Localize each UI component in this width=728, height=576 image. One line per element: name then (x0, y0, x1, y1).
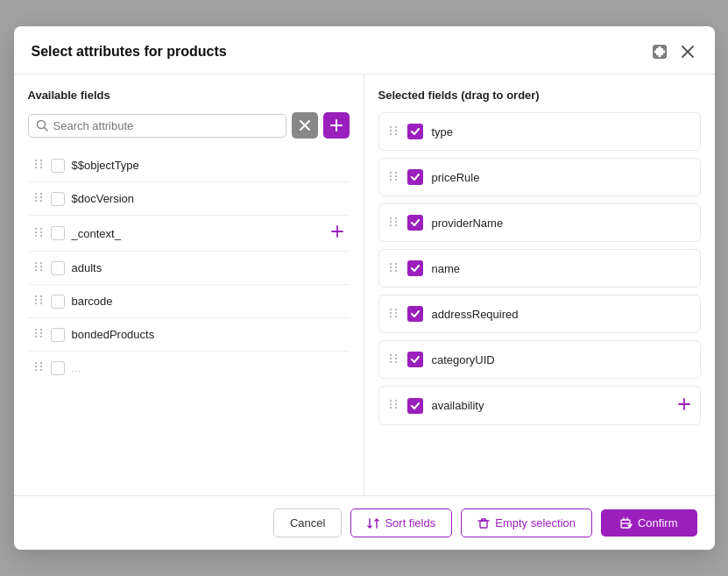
expand-row-icon[interactable] (330, 224, 344, 242)
selected-field-row[interactable]: availability (378, 386, 701, 425)
svg-point-89 (389, 400, 391, 402)
cancel-button[interactable]: Cancel (273, 508, 342, 537)
search-input-wrapper (28, 114, 286, 138)
svg-point-15 (34, 193, 36, 195)
add-field-button[interactable] (323, 112, 350, 139)
drag-handle-icon (33, 294, 44, 309)
selected-field-row[interactable]: name (378, 249, 701, 288)
svg-point-39 (34, 302, 36, 304)
svg-point-82 (394, 315, 396, 316)
svg-point-34 (39, 269, 41, 271)
svg-point-26 (39, 234, 41, 236)
empty-selection-label: Empty selection (495, 516, 576, 530)
selected-field-checkbox[interactable] (407, 124, 423, 139)
svg-point-12 (39, 163, 41, 165)
svg-point-22 (39, 227, 41, 229)
field-checkbox[interactable] (51, 261, 65, 275)
svg-point-85 (389, 357, 391, 359)
svg-point-25 (34, 234, 36, 236)
empty-selection-button[interactable]: Empty selection (461, 508, 592, 537)
svg-point-69 (389, 224, 391, 225)
selected-field-checkbox[interactable] (407, 306, 423, 322)
svg-point-52 (39, 369, 41, 371)
svg-point-53 (389, 125, 391, 127)
expand-modal-button[interactable] (650, 42, 669, 61)
svg-point-9 (34, 160, 36, 161)
selected-field-checkbox[interactable] (407, 260, 423, 276)
svg-point-20 (39, 200, 41, 202)
drag-handle-icon (388, 261, 399, 276)
svg-point-31 (34, 266, 36, 267)
drag-handle-icon (388, 124, 399, 139)
svg-point-75 (389, 269, 391, 271)
field-checkbox[interactable] (51, 192, 65, 206)
svg-point-11 (34, 163, 36, 165)
svg-point-58 (394, 132, 396, 134)
field-row[interactable]: $docVersion (28, 182, 350, 216)
field-row[interactable]: _context_ (28, 216, 350, 252)
selected-field-row[interactable]: categoryUID (378, 340, 701, 379)
selected-field-row[interactable]: priceRule (378, 158, 701, 196)
drag-handle-icon (388, 170, 399, 185)
svg-point-73 (389, 266, 391, 267)
confirm-label: Confirm (638, 516, 678, 530)
svg-point-93 (389, 407, 391, 409)
svg-point-36 (39, 295, 41, 297)
svg-point-81 (389, 315, 391, 316)
field-checkbox[interactable] (51, 226, 65, 240)
svg-point-78 (394, 308, 396, 309)
search-input[interactable] (53, 119, 279, 132)
svg-point-92 (394, 403, 396, 405)
expand-selected-icon[interactable] (677, 397, 691, 414)
sort-fields-label: Sort fields (385, 516, 435, 530)
confirm-button[interactable]: Confirm (601, 509, 697, 537)
svg-point-91 (389, 403, 391, 405)
selected-field-row[interactable]: providerName (378, 203, 701, 242)
svg-point-35 (34, 295, 36, 297)
svg-point-45 (34, 336, 36, 338)
svg-point-71 (389, 262, 391, 264)
svg-point-48 (39, 362, 41, 364)
svg-point-86 (394, 357, 396, 359)
selected-field-name: addressRequired (432, 308, 691, 321)
drag-handle-icon (388, 307, 399, 322)
selected-field-row[interactable]: addressRequired (378, 295, 701, 333)
field-checkbox[interactable] (51, 328, 65, 342)
svg-point-83 (389, 353, 391, 355)
field-name-label: $docVersion (72, 192, 344, 205)
selected-field-row[interactable]: type (378, 112, 701, 151)
close-modal-button[interactable] (678, 42, 697, 61)
selected-field-checkbox[interactable] (407, 215, 423, 231)
svg-point-60 (394, 171, 396, 173)
svg-point-63 (389, 178, 391, 180)
selected-field-checkbox[interactable] (407, 352, 423, 367)
svg-point-46 (39, 336, 41, 338)
field-row[interactable]: barcode (28, 285, 350, 318)
field-checkbox[interactable] (51, 159, 65, 173)
svg-point-44 (39, 332, 41, 334)
selected-field-checkbox[interactable] (407, 398, 423, 414)
field-name-label: adults (72, 261, 344, 274)
selected-field-checkbox[interactable] (407, 169, 423, 185)
svg-point-59 (389, 171, 391, 173)
svg-point-68 (394, 220, 396, 222)
field-row[interactable]: $$objectType (28, 149, 350, 182)
field-row[interactable]: bondedProducts (28, 318, 350, 352)
search-icon (36, 119, 48, 132)
svg-point-66 (394, 217, 396, 218)
svg-point-79 (389, 311, 391, 313)
available-fields-list: $$objectType $docVersion (28, 149, 350, 495)
field-checkbox[interactable] (51, 295, 65, 309)
modal-footer: Cancel Sort fields Empty selection (14, 495, 715, 550)
modal-overlay: Select attributes for products (0, 0, 728, 576)
field-name-label: barcode (72, 295, 344, 308)
field-row[interactable]: ... (28, 352, 350, 384)
sort-fields-button[interactable]: Sort fields (350, 508, 452, 537)
clear-search-button[interactable] (292, 112, 318, 139)
field-name-label: $$objectType (72, 159, 344, 172)
svg-point-64 (394, 178, 396, 180)
field-row[interactable]: adults (28, 252, 350, 285)
right-panel-label: Selected fields (drag to order) (378, 89, 701, 102)
sort-icon (367, 517, 379, 530)
field-checkbox[interactable] (51, 361, 65, 375)
